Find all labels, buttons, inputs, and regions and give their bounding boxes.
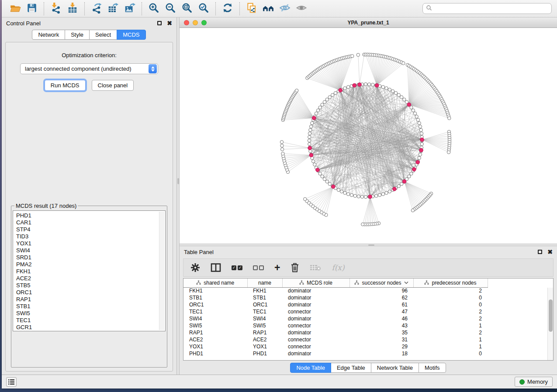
dominator-node[interactable] [332, 185, 336, 189]
zoom-in-button[interactable] [147, 2, 161, 16]
graph-node[interactable] [410, 172, 413, 175]
mcds-result-item[interactable]: STP4 [16, 226, 157, 233]
graph-node[interactable] [323, 100, 326, 103]
graph-node[interactable] [321, 103, 324, 106]
graph-node[interactable] [318, 106, 322, 109]
column-header-predecessor-nodes[interactable]: predecessor nodes [413, 279, 488, 287]
delete-column-button[interactable] [291, 261, 299, 274]
horizontal-splitter[interactable] [180, 244, 557, 246]
table-cell[interactable]: connector [282, 343, 349, 350]
table-row[interactable]: SWI5SWI5connector431 [183, 322, 488, 329]
dominator-node[interactable] [353, 83, 356, 87]
graph-node[interactable] [388, 88, 391, 91]
mcds-result-item[interactable]: SWI5 [16, 310, 157, 317]
refresh-view-button[interactable] [221, 2, 235, 16]
graph-node[interactable] [388, 190, 391, 193]
save-session-button[interactable] [25, 2, 39, 16]
hide-selected-button[interactable] [278, 2, 292, 16]
table-cell[interactable]: connector [282, 336, 349, 343]
close-panel-button[interactable]: Close panel [92, 80, 134, 91]
table-settings-button[interactable] [190, 261, 200, 274]
search-input[interactable] [434, 5, 548, 12]
table-scrollbar-thumb[interactable] [549, 299, 553, 332]
graph-node[interactable] [419, 125, 422, 128]
network-graph[interactable] [180, 28, 557, 244]
table-row[interactable]: YOX1YOX1connector291 [183, 343, 488, 350]
table-cell[interactable]: 62 [349, 294, 413, 301]
graph-node[interactable] [280, 144, 284, 147]
table-cell[interactable]: PHD1 [183, 350, 247, 357]
graph-node[interactable] [308, 132, 311, 135]
graph-node[interactable] [315, 112, 318, 115]
dominator-node[interactable] [416, 160, 420, 164]
dominator-node[interactable] [393, 187, 397, 191]
table-cell[interactable]: RAP1 [183, 329, 247, 336]
graph-node[interactable] [325, 180, 329, 183]
graph-node[interactable] [334, 91, 337, 94]
graph-node[interactable] [385, 191, 388, 194]
run-mcds-button[interactable]: Run MCDS [45, 80, 86, 91]
graph-node[interactable] [400, 182, 403, 186]
table-cell[interactable]: ACE2 [183, 336, 247, 343]
network-canvas[interactable] [180, 28, 557, 244]
graph-node[interactable] [402, 62, 405, 65]
graph-node[interactable] [364, 83, 367, 86]
mcds-result-item[interactable]: YOX1 [16, 240, 157, 247]
graph-node[interactable] [381, 86, 384, 89]
graph-node[interactable] [308, 142, 311, 145]
table-cell[interactable]: dominator [282, 301, 349, 308]
tab-node-table[interactable]: Node Table [290, 363, 331, 373]
table-cell[interactable]: 0 [413, 350, 488, 357]
zoom-out-button[interactable] [163, 2, 177, 16]
table-cell[interactable]: connector [282, 322, 349, 329]
graph-node[interactable] [328, 182, 331, 186]
graph-node[interactable] [371, 83, 374, 86]
node-table[interactable]: shared namenameMCDS rolesuccessor nodesp… [183, 279, 488, 357]
graph-node[interactable] [343, 86, 346, 89]
graph-node[interactable] [353, 194, 356, 197]
clone-network-button[interactable] [245, 2, 259, 16]
graph-node[interactable] [311, 160, 315, 163]
graph-node[interactable] [309, 125, 312, 128]
graph-node[interactable] [340, 190, 343, 193]
graph-node[interactable] [309, 128, 312, 131]
graph-node[interactable] [311, 121, 314, 124]
table-cell[interactable]: STB1 [247, 294, 282, 301]
mcds-result-item[interactable]: TID3 [16, 233, 157, 240]
graph-node[interactable] [308, 135, 311, 138]
table-cell[interactable]: dominator [282, 329, 349, 336]
mcds-result-item[interactable]: STB5 [16, 282, 157, 289]
mcds-result-list[interactable]: PHD1CAR1STP4TID3YOX1SWI4SRD1PMA2FKH1ACE2… [13, 210, 166, 331]
graph-node[interactable] [346, 86, 349, 89]
table-cell[interactable]: 1 [413, 343, 488, 350]
dominator-node[interactable] [316, 168, 320, 172]
graph-node[interactable] [331, 93, 334, 96]
graph-node[interactable] [281, 152, 284, 155]
mcds-result-item[interactable]: ORC1 [16, 289, 157, 296]
first-neighbors-button[interactable] [261, 2, 275, 16]
graph-node[interactable] [394, 91, 397, 94]
mcds-result-item[interactable]: RAP1 [16, 296, 157, 303]
graph-node[interactable] [412, 109, 415, 112]
table-cell[interactable]: SWI4 [247, 315, 282, 322]
column-header-MCDS-role[interactable]: MCDS role [282, 279, 349, 287]
import-network-button[interactable] [49, 2, 63, 16]
table-cell[interactable]: SWI5 [247, 322, 282, 329]
table-row[interactable]: RAP1RAP1dominator352 [183, 329, 488, 336]
export-network-button[interactable] [90, 2, 104, 16]
show-all-button[interactable] [294, 2, 308, 16]
close-panel-icon[interactable]: ✖ [547, 250, 553, 254]
table-cell[interactable]: STB1 [183, 294, 247, 301]
table-cell[interactable]: TEC1 [247, 308, 282, 315]
mcds-result-item[interactable]: ACE2 [16, 275, 157, 282]
mcds-result-item[interactable]: SRD1 [16, 254, 157, 261]
dominator-node[interactable] [308, 146, 312, 150]
zoom-selected-button[interactable] [197, 2, 211, 16]
tab-mcds[interactable]: MCDS [117, 30, 145, 40]
window-close-button[interactable] [184, 20, 189, 25]
table-cell[interactable]: 2 [413, 315, 488, 322]
graph-node[interactable] [304, 197, 307, 200]
show-column-panel-button[interactable] [211, 261, 221, 274]
table-cell[interactable]: 31 [349, 336, 413, 343]
dominator-node[interactable] [402, 179, 406, 183]
